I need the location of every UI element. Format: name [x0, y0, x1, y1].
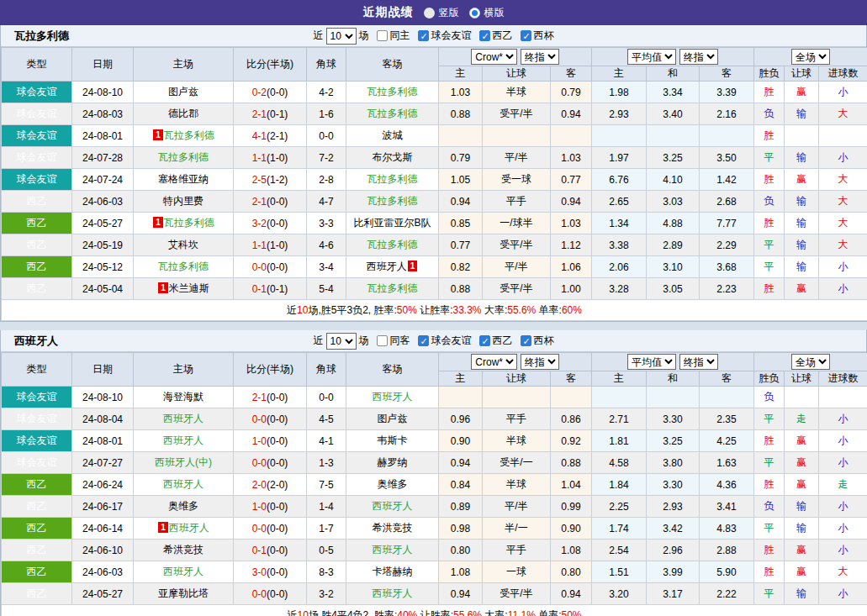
fulltime-score: 3-2: [252, 218, 267, 229]
fulltime-score: 2-1: [252, 196, 267, 208]
corner-cell: 4-7: [307, 191, 346, 213]
recent-games-select[interactable]: 10: [326, 28, 357, 45]
home-team-cell: 西班牙人: [134, 474, 234, 496]
avg-odds-cell: 3.34: [647, 82, 700, 103]
odds-cell: 平/半: [483, 147, 551, 169]
odds-company-select[interactable]: Crow*: [471, 49, 517, 65]
avg-source-select[interactable]: 平均值: [627, 354, 676, 370]
league-friendly-checkbox[interactable]: [418, 30, 429, 41]
score-cell: 3-0(0-0): [234, 561, 307, 583]
team-name: 赫罗纳: [378, 456, 408, 468]
date-cell: 24-08-04: [72, 408, 134, 430]
layout-radio-vertical[interactable]: 竖版: [424, 6, 459, 20]
result-cell: 负: [754, 103, 785, 125]
summary-part: 60%: [562, 304, 582, 316]
result-cell: 输: [785, 234, 819, 256]
col-header-type: 类型: [2, 353, 72, 387]
odds-cell: [551, 125, 592, 147]
scope-select[interactable]: 全场: [791, 49, 830, 65]
avg-odds-cell: 3.42: [647, 518, 700, 540]
fulltime-score: 2-1: [252, 108, 267, 120]
league-friendly-label: 球会友谊: [431, 29, 472, 43]
team-name: 艾科坎: [168, 239, 198, 250]
team-name: 西班牙人: [163, 413, 204, 424]
match-type-cell: 西乙: [2, 213, 72, 234]
radio-icon-vertical[interactable]: [424, 8, 435, 18]
league-segunda-checkbox[interactable]: [479, 30, 490, 41]
layout-radio-horizontal[interactable]: 横版: [469, 6, 505, 20]
halftime-score: (0-0): [267, 413, 288, 425]
summary-part: 40%: [397, 609, 417, 616]
avg-odds-cell: [592, 125, 647, 147]
odds-stage-select[interactable]: 终指: [521, 354, 559, 370]
team-name: 西班牙人: [163, 434, 204, 446]
away-team-cell: 希洪竞技: [346, 518, 439, 540]
league-segunda-checkbox[interactable]: [479, 335, 490, 346]
recent-games-select[interactable]: 10: [326, 333, 357, 350]
result-cell: 赢: [785, 561, 819, 583]
red-card-badge: 1: [153, 129, 163, 140]
home-team-cell: 塞格维亚纳: [134, 169, 234, 191]
radio-label-horizontal: 横版: [484, 6, 505, 20]
avg-odds-cell: 2.06: [592, 256, 647, 278]
date-cell: 24-08-01: [72, 125, 134, 147]
team-name-heading: 西班牙人: [14, 334, 58, 349]
result-cell: 小: [819, 430, 867, 452]
radio-icon-horizontal[interactable]: [469, 8, 480, 18]
results-table: 类型 日期 主场 比分(半场) 角球 客场 Crow* 终指 平均值 终指 全场: [1, 47, 867, 321]
corner-cell: 1-7: [307, 518, 346, 540]
result-cell: 输: [785, 103, 819, 125]
team-name-heading: 瓦拉多利德: [14, 29, 69, 44]
avg-source-select[interactable]: 平均值: [627, 49, 676, 65]
table-row: 西乙24-06-141西班牙人0-0(0-0)1-7希洪竞技0.98半/一0.9…: [2, 518, 867, 540]
same-venue-checkbox[interactable]: [377, 30, 388, 41]
team-name: 瓦拉多利德: [367, 282, 418, 294]
team-name: 瓦拉多利德: [367, 173, 418, 185]
avg-stage-select[interactable]: 终指: [679, 49, 718, 65]
result-cell: 赢: [785, 540, 819, 561]
col-header-corner: 角球: [307, 48, 346, 82]
league-cup-checkbox[interactable]: [521, 30, 531, 41]
halftime-score: (0-0): [267, 392, 288, 403]
result-cell: 负: [754, 387, 785, 408]
odds-company-select[interactable]: Crow*: [471, 354, 517, 370]
away-team-cell: 西班牙人: [346, 583, 439, 605]
odds-stage-select[interactable]: 终指: [521, 49, 559, 65]
league-cup-checkbox[interactable]: [521, 335, 531, 346]
halftime-score: (0-0): [267, 435, 288, 447]
scope-select[interactable]: 全场: [791, 354, 830, 370]
league-friendly-checkbox[interactable]: [418, 335, 429, 346]
avg-stage-select[interactable]: 终指: [679, 354, 718, 370]
radio-label-vertical: 竖版: [439, 6, 459, 20]
fulltime-score: 3-0: [252, 566, 267, 578]
odds-cell: 0.89: [439, 496, 483, 518]
odds-cell: 受一球: [483, 169, 551, 191]
team-name: 图卢兹: [168, 86, 198, 97]
corner-cell: 4-6: [307, 234, 346, 256]
away-team-cell: 瓦拉多利德: [346, 278, 439, 300]
table-row: 西乙24-05-12瓦拉多利德0-0(0-0)3-4西班牙人10.82平/半1.…: [2, 256, 867, 278]
avg-odds-cell: [647, 125, 700, 147]
subcol-odds-away: 客: [551, 371, 592, 387]
score-cell: 0-0(0-0): [234, 518, 307, 540]
score-cell: 0-1(0-1): [234, 278, 307, 300]
table-row: 球会友谊24-08-01西班牙人1-0(0-0)4-1韦斯卡0.90半球0.92…: [2, 430, 867, 452]
league-cup-label: 西杯: [534, 334, 554, 348]
away-team-cell: 图卢兹: [346, 408, 439, 430]
avg-odds-cell: 2.29: [700, 234, 754, 256]
halftime-score: (0-0): [267, 87, 288, 98]
avg-group-header: 平均值 终指: [592, 48, 754, 66]
halftime-score: (0-0): [267, 523, 288, 534]
score-cell: 1-1(1-0): [234, 147, 307, 169]
avg-odds-cell: [592, 387, 647, 408]
table-row: 西乙24-06-03特内里费2-1(0-0)4-7瓦拉多利德0.94平手0.94…: [2, 191, 867, 213]
scope-group-header: 全场: [754, 48, 867, 66]
same-venue-checkbox[interactable]: [377, 335, 388, 346]
team-name: 瓦拉多利德: [164, 129, 214, 141]
avg-odds-cell: 3.25: [647, 147, 700, 169]
team-name: 韦斯卡: [378, 434, 408, 446]
fulltime-score: 0-0: [252, 588, 267, 600]
col-header-date: 日期: [72, 48, 134, 82]
avg-odds-cell: 3.10: [647, 256, 700, 278]
avg-group-header: 平均值 终指: [592, 353, 754, 371]
